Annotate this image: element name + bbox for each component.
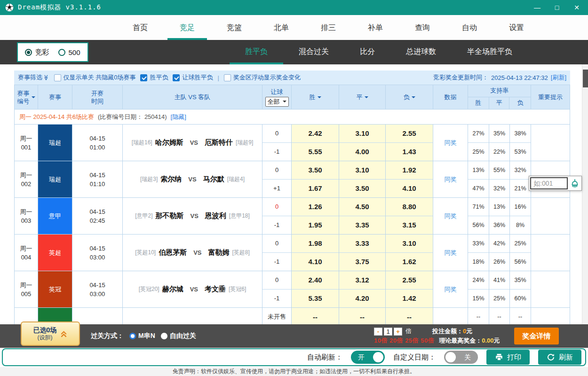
odds-win-rqspf[interactable]: 5.35	[292, 290, 339, 308]
odds-draw-rqspf[interactable]: 3.35	[339, 216, 385, 235]
prize-detail-button[interactable]: 奖金详情	[514, 328, 559, 345]
odds-draw-rqspf[interactable]: 3.50	[339, 180, 385, 198]
minimize-button[interactable]: —	[531, 0, 544, 15]
prize-update-time: 2025-04-13 22:47:32	[491, 74, 548, 81]
selected-matches-button[interactable]: 已选0场 (设胆)	[21, 321, 80, 346]
filter-checkbox-spf[interactable]: 胜平负	[140, 73, 168, 82]
mode-radio-jingcai[interactable]: 竞彩	[25, 48, 49, 57]
nav-item[interactable]: 竞篮	[211, 15, 258, 40]
odds-win-spf[interactable]: 1.98	[292, 235, 339, 253]
sort-caret-icon	[365, 96, 368, 100]
odds-win-spf[interactable]: --	[292, 308, 339, 324]
maximize-button[interactable]: □	[550, 0, 564, 15]
vertical-scrollbar[interactable]	[582, 64, 588, 324]
same-prize-link[interactable]: 同奖	[445, 212, 457, 220]
odds-win-rqspf[interactable]: 1.67	[292, 180, 339, 198]
multiplier-plus-button[interactable]: +	[394, 328, 402, 336]
odds-win-spf[interactable]: 2.42	[292, 125, 339, 143]
nav-item[interactable]: 设置	[493, 15, 540, 40]
nav-item[interactable]: 自动	[446, 15, 493, 40]
match-number-input[interactable]	[530, 177, 568, 189]
multiplier-value[interactable]: 1	[384, 328, 392, 336]
odds-lose-rqspf[interactable]: 4.10	[386, 180, 433, 198]
multiplier-minus-button[interactable]: -	[374, 328, 382, 336]
nav-item[interactable]: 北单	[258, 15, 305, 40]
notice-cell	[531, 125, 570, 161]
odds-lose-rqspf[interactable]: 1.43	[386, 143, 433, 161]
header-match-id[interactable]: 赛事 编号	[15, 85, 38, 109]
odds-win-spf[interactable]: 2.40	[292, 271, 339, 290]
nav-item[interactable]: 首页	[117, 15, 164, 40]
event-filter-dropdown[interactable]: 赛事筛选 ≫	[18, 73, 49, 82]
away-rank-tag: [意甲18]	[229, 212, 250, 220]
odds-lose-spf[interactable]: 1.92	[386, 161, 433, 180]
home-team-name: 赫尔城	[162, 285, 183, 294]
mode-radio-500[interactable]: 500	[58, 48, 80, 56]
custom-date-toggle[interactable]: 关	[444, 351, 478, 364]
same-prize-link[interactable]: 同奖	[445, 249, 457, 257]
odds-draw-rqspf[interactable]: 4.20	[339, 290, 385, 308]
odds-draw-spf[interactable]: 3.12	[339, 271, 385, 290]
header-lose[interactable]: 负	[386, 85, 433, 109]
support-win-cell: 13% 47%	[468, 161, 489, 197]
match-row: 周一 003 意甲 04-15 02:45 [意甲2] 那不勒斯 VS 恩波	[15, 198, 570, 235]
lose-odds-cell: 3.10 1.62	[386, 235, 433, 271]
odds-lose-rqspf[interactable]: 1.42	[386, 290, 433, 308]
day-section-hide-link[interactable]: [隐藏]	[171, 113, 186, 121]
same-prize-link[interactable]: 同奖	[445, 285, 457, 294]
header-data: 数据	[433, 85, 468, 109]
nav-item[interactable]: 补单	[352, 15, 399, 40]
odds-lose-spf[interactable]: 2.55	[386, 271, 433, 290]
odds-win-spf[interactable]: 3.50	[292, 161, 339, 180]
nav-item[interactable]: 排三	[305, 15, 352, 40]
nav-item[interactable]: 竞足	[164, 15, 211, 40]
pass-option-mxn[interactable]: M串N	[129, 332, 155, 340]
nav-item[interactable]: 查询	[399, 15, 446, 40]
odds-win-rqspf[interactable]: 1.95	[292, 216, 339, 235]
play-type-tab[interactable]: 总进球数	[390, 40, 452, 64]
same-prize-link[interactable]: 同奖	[445, 175, 457, 184]
odds-draw-spf[interactable]: --	[339, 308, 385, 324]
auto-refresh-toggle[interactable]: 开	[351, 351, 385, 364]
header-win[interactable]: 胜	[292, 85, 339, 109]
odds-draw-spf[interactable]: 4.50	[339, 198, 385, 216]
odds-draw-rqspf[interactable]: 4.00	[339, 143, 385, 161]
odds-win-rqspf[interactable]: 4.10	[292, 253, 339, 271]
play-type-tab[interactable]: 比分	[344, 40, 390, 64]
bet-bar: 已选0场 (设胆) 过关方式： M串N 自由过关 - 1 + 倍 投注金额：0元…	[0, 324, 588, 348]
odds-lose-spf[interactable]: 3.10	[386, 235, 433, 253]
odds-lose-spf[interactable]: 2.55	[386, 125, 433, 143]
odds-win-rqspf[interactable]: 5.55	[292, 143, 339, 161]
filter-checkbox-float-prize[interactable]: 奖金区浮动显示奖金变化	[224, 73, 301, 82]
filter-checkbox-single[interactable]: 仅显示单关 共隐藏0场赛事	[54, 73, 136, 82]
odds-lose-spf[interactable]: 8.80	[386, 198, 433, 216]
same-prize-link[interactable]: 同奖	[445, 139, 457, 147]
odds-draw-spf[interactable]: 3.33	[339, 235, 385, 253]
match-time-cell: 04-15 01:00	[72, 125, 123, 161]
header-handicap: 让球 全部	[262, 85, 292, 109]
odds-draw-spf[interactable]: 3.10	[339, 125, 385, 143]
odds-win-spf[interactable]: 1.26	[292, 198, 339, 216]
filter-checkbox-rqspf[interactable]: 让球胜平负	[173, 73, 213, 82]
odds-lose-rqspf[interactable]: 3.15	[386, 216, 433, 235]
handicap-filter-select[interactable]: 全部	[265, 97, 289, 107]
clear-broom-icon[interactable]	[568, 178, 581, 188]
handicap-cell: 0 -1	[262, 271, 292, 307]
close-button[interactable]: ✕	[570, 0, 583, 15]
play-type-tab[interactable]: 混合过关	[283, 40, 344, 64]
play-type-tab[interactable]: 半全场胜平负	[452, 40, 528, 64]
odds-lose-spf[interactable]: --	[386, 308, 433, 324]
refresh-button[interactable]: 刷新	[538, 350, 581, 365]
pass-option-free[interactable]: 自由过关	[161, 332, 196, 340]
prize-refresh-link[interactable]: [刷新]	[551, 73, 566, 82]
quick-multiplier-links[interactable]: 10倍 20倍 25倍 50倍	[374, 337, 434, 345]
support-win-cell: --	[468, 308, 489, 324]
header-draw[interactable]: 平	[339, 85, 386, 109]
odds-lose-rqspf[interactable]: 1.62	[386, 253, 433, 271]
scrollbar-thumb[interactable]	[583, 70, 588, 87]
play-type-tab[interactable]: 胜平负	[230, 40, 283, 64]
print-button[interactable]: 打印	[486, 350, 530, 365]
draw-odds-cell: 3.10 3.50	[339, 161, 386, 197]
odds-draw-spf[interactable]: 3.10	[339, 161, 385, 180]
odds-draw-rqspf[interactable]: 3.75	[339, 253, 385, 271]
